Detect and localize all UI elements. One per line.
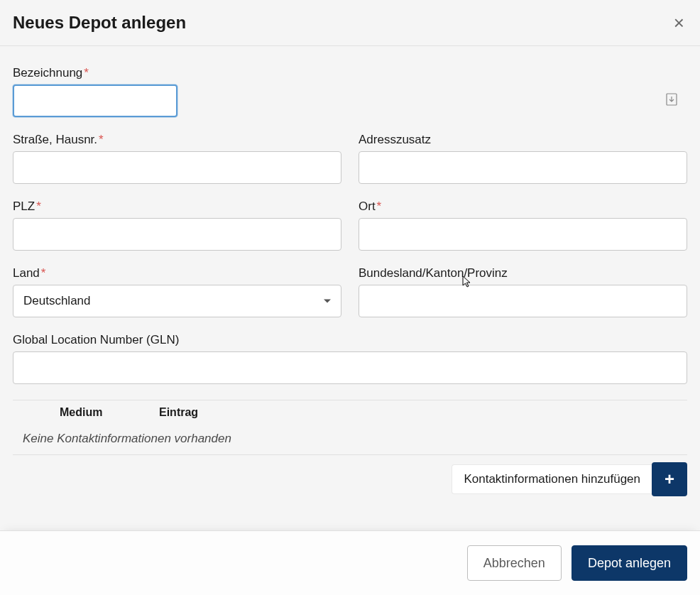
modal-footer: Abbrechen Depot anlegen <box>0 530 700 595</box>
contact-table-header: Medium Eintrag <box>13 400 687 425</box>
contact-empty-message: Keine Kontaktinformationen vorhanden <box>13 425 687 454</box>
required-marker: * <box>41 266 46 280</box>
strasse-label: Straße, Hausnr.* <box>13 133 341 147</box>
plz-field-group: PLZ* <box>13 200 341 251</box>
ort-input[interactable] <box>359 218 687 251</box>
row-street-suffix: Straße, Hausnr.* Adresszusatz <box>13 133 687 184</box>
close-icon: × <box>674 12 684 33</box>
bezeichnung-input-wrapper <box>13 84 687 117</box>
autofill-icon <box>666 93 677 109</box>
gln-input[interactable] <box>13 351 687 384</box>
required-marker: * <box>36 200 41 213</box>
label-text: Bezeichnung <box>13 66 82 80</box>
adresszusatz-field-group: Adresszusatz <box>359 133 687 184</box>
col-spacer <box>23 406 60 419</box>
chevron-down-icon <box>324 300 331 303</box>
bundesland-label: Bundesland/Kanton/Provinz <box>359 266 687 280</box>
land-select[interactable]: Deutschland <box>13 285 341 317</box>
add-contact-button[interactable]: + <box>652 462 687 496</box>
row-plz-ort: PLZ* Ort* <box>13 200 687 251</box>
contact-table: Medium Eintrag Keine Kontaktinformatione… <box>13 400 687 455</box>
gln-field-group: Global Location Number (GLN) <box>13 333 687 384</box>
contact-add-row: Kontaktinformationen hinzufügen + <box>13 462 687 496</box>
bezeichnung-field-group: Bezeichnung* <box>13 66 687 117</box>
label-text: Adresszusatz <box>359 133 431 146</box>
cancel-button[interactable]: Abbrechen <box>467 545 562 581</box>
bundesland-field-group: Bundesland/Kanton/Provinz <box>359 266 687 317</box>
col-entry-header: Eintrag <box>159 406 687 419</box>
label-text: Global Location Number (GLN) <box>13 333 179 346</box>
strasse-field-group: Straße, Hausnr.* <box>13 133 341 184</box>
land-field-group: Land* Deutschland <box>13 266 341 317</box>
label-text: PLZ <box>13 200 35 213</box>
bezeichnung-input[interactable] <box>13 84 177 117</box>
create-depot-modal: Neues Depot anlegen × Bezeichnung* Straß… <box>0 0 700 595</box>
modal-body: Bezeichnung* Straße, Hausnr.* Adresszusa… <box>0 46 700 530</box>
close-button[interactable]: × <box>671 13 687 32</box>
required-marker: * <box>99 133 104 146</box>
ort-field-group: Ort* <box>359 200 687 251</box>
land-label: Land* <box>13 266 341 280</box>
modal-title: Neues Depot anlegen <box>13 13 186 33</box>
bezeichnung-label: Bezeichnung* <box>13 66 687 80</box>
ort-label: Ort* <box>359 200 687 214</box>
button-label: Abbrechen <box>483 556 545 570</box>
contact-add-label[interactable]: Kontaktinformationen hinzufügen <box>452 464 652 494</box>
button-label: Depot anlegen <box>588 556 671 570</box>
adresszusatz-label: Adresszusatz <box>359 133 687 147</box>
strasse-input[interactable] <box>13 151 341 184</box>
plz-label: PLZ* <box>13 200 341 214</box>
adresszusatz-input[interactable] <box>359 151 687 184</box>
gln-label: Global Location Number (GLN) <box>13 333 687 347</box>
bundesland-input[interactable] <box>359 285 687 317</box>
modal-header: Neues Depot anlegen × <box>0 0 700 46</box>
col-medium-header: Medium <box>60 406 159 419</box>
label-text: Ort <box>359 200 376 213</box>
submit-button[interactable]: Depot anlegen <box>572 545 687 581</box>
label-text: Bundesland/Kanton/Provinz <box>359 266 508 280</box>
plus-icon: + <box>665 469 674 489</box>
label-text: Land <box>13 266 40 280</box>
plz-input[interactable] <box>13 218 341 251</box>
land-selected-value: Deutschland <box>23 294 91 308</box>
required-marker: * <box>377 200 382 213</box>
required-marker: * <box>84 66 89 80</box>
svg-rect-0 <box>667 94 677 105</box>
row-land-bundesland: Land* Deutschland Bundesland/Kanton/Prov… <box>13 266 687 317</box>
label-text: Straße, Hausnr. <box>13 133 97 146</box>
